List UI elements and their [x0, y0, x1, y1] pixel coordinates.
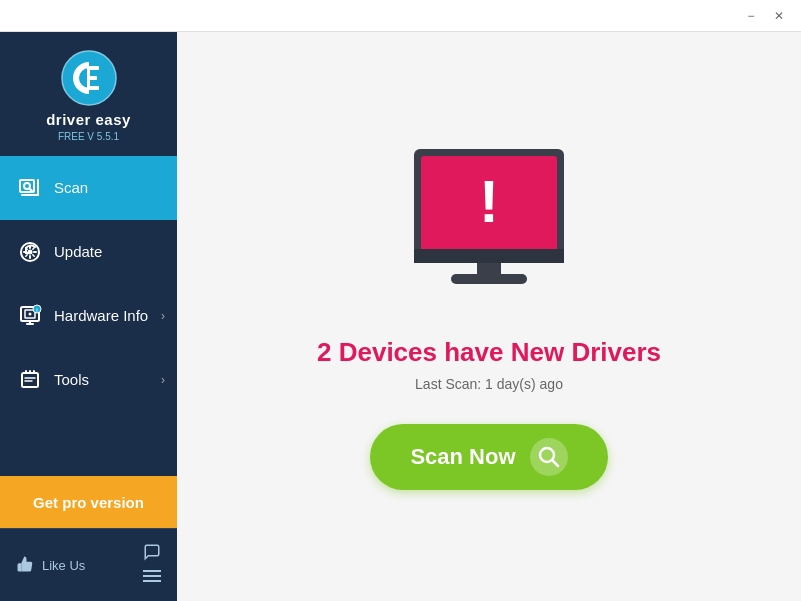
tools-chevron-icon: ›: [161, 373, 165, 387]
svg-line-32: [552, 460, 558, 466]
hardware-info-chevron-icon: ›: [161, 309, 165, 323]
sidebar: driver easy FREE V 5.5.1 Scan: [0, 32, 177, 601]
last-scan-text: Last Scan: 1 day(s) ago: [415, 376, 563, 392]
svg-rect-29: [451, 274, 527, 284]
sidebar-item-hardware-info[interactable]: i Hardware Info ›: [0, 284, 177, 348]
minimize-button[interactable]: −: [737, 5, 765, 27]
scan-icon: [16, 174, 44, 202]
monitor-svg: !: [389, 144, 589, 309]
monitor-illustration: !: [389, 144, 589, 313]
scan-now-search-icon: [530, 438, 568, 476]
sidebar-item-tools-label: Tools: [54, 371, 89, 388]
sidebar-item-scan[interactable]: Scan: [0, 156, 177, 220]
get-pro-button[interactable]: Get pro version: [0, 476, 177, 528]
titlebar: − ✕: [0, 0, 801, 32]
app-logo-icon: [61, 50, 117, 106]
like-us-label: Like Us: [42, 558, 85, 573]
sidebar-item-update[interactable]: Update: [0, 220, 177, 284]
logo-version: FREE V 5.5.1: [58, 131, 119, 142]
chat-icon[interactable]: [143, 543, 161, 565]
update-icon: [16, 238, 44, 266]
svg-rect-4: [87, 66, 90, 90]
svg-rect-19: [22, 373, 38, 387]
svg-point-14: [29, 312, 32, 315]
scan-now-label: Scan Now: [410, 444, 515, 470]
main-content: ! 2 Devices have New Drivers Last Scan: …: [177, 32, 801, 601]
scan-now-button[interactable]: Scan Now: [370, 424, 607, 490]
sidebar-item-update-label: Update: [54, 243, 102, 260]
sidebar-footer: Like Us: [0, 528, 177, 601]
like-us-button[interactable]: Like Us: [16, 555, 85, 576]
tools-icon: [16, 366, 44, 394]
sidebar-item-tools[interactable]: Tools ›: [0, 348, 177, 412]
close-button[interactable]: ✕: [765, 5, 793, 27]
hardware-info-icon: i: [16, 302, 44, 330]
svg-point-11: [28, 249, 33, 254]
logo-area: driver easy FREE V 5.5.1: [0, 32, 177, 156]
svg-text:!: !: [479, 168, 499, 235]
sidebar-item-scan-label: Scan: [54, 179, 88, 196]
menu-icon[interactable]: [143, 569, 161, 587]
logo-text: driver easy: [46, 112, 131, 129]
sidebar-nav: Scan Update: [0, 156, 177, 477]
svg-rect-30: [414, 249, 564, 263]
sidebar-item-hardware-info-label: Hardware Info: [54, 307, 148, 324]
thumbs-up-icon: [16, 555, 34, 576]
footer-action-icons: [143, 543, 161, 587]
status-headline: 2 Devices have New Drivers: [317, 337, 661, 368]
main-container: driver easy FREE V 5.5.1 Scan: [0, 32, 801, 601]
